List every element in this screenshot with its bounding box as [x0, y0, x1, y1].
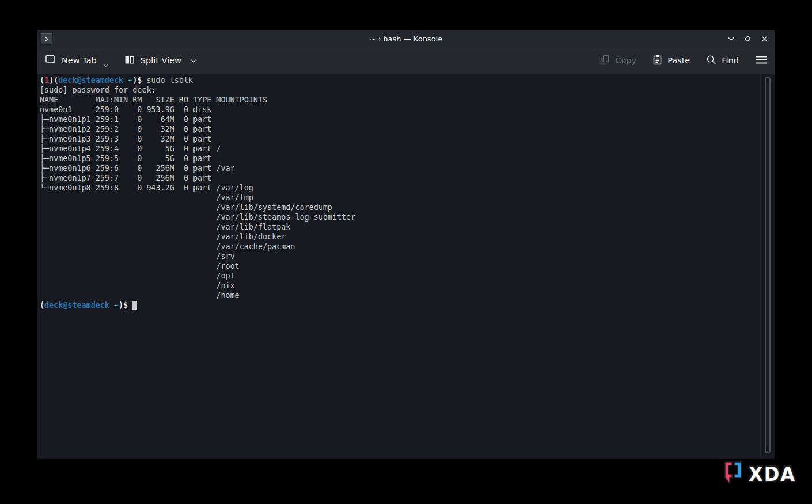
copy-button[interactable]: Copy [600, 55, 636, 67]
paste-icon [652, 55, 662, 67]
hamburger-menu-button[interactable] [755, 55, 768, 66]
new-tab-label: New Tab [62, 56, 97, 65]
hamburger-icon [755, 55, 768, 66]
copy-icon [600, 55, 610, 67]
search-icon [706, 55, 716, 67]
window-controls [725, 30, 770, 47]
xda-logo-text: XDA [749, 464, 796, 484]
terminal-text: (1)(deck@steamdeck ~)$ sudo lsblk[sudo] … [40, 75, 355, 310]
toolbar: New Tab Split View [37, 47, 775, 74]
konsole-window: ~ : bash — Konsole New [37, 30, 775, 459]
desktop-background: ~ : bash — Konsole New [0, 0, 812, 504]
scrollbar-track[interactable] [760, 74, 775, 459]
toolbar-right-group: Copy Paste Find [600, 55, 768, 67]
xda-brackets-icon [720, 460, 746, 488]
xda-watermark: XDA [720, 460, 796, 488]
split-view-button[interactable]: Split View [124, 55, 197, 66]
new-tab-icon [45, 55, 56, 66]
minimize-button[interactable] [725, 33, 737, 45]
copy-label: Copy [615, 56, 636, 65]
paste-button[interactable]: Paste [652, 55, 690, 67]
new-tab-button[interactable]: New Tab [45, 55, 108, 66]
find-button[interactable]: Find [706, 55, 739, 67]
split-view-icon [124, 55, 135, 66]
split-view-dropdown-caret[interactable] [190, 56, 197, 65]
new-tab-dropdown-caret[interactable] [103, 60, 108, 69]
scrollbar-thumb[interactable] [765, 77, 771, 453]
maximize-button[interactable] [742, 33, 753, 45]
toolbar-left-group: New Tab Split View [45, 55, 197, 66]
titlebar[interactable]: ~ : bash — Konsole [37, 30, 775, 47]
split-view-label: Split View [141, 56, 181, 65]
find-label: Find [722, 56, 739, 65]
terminal-area[interactable]: (1)(deck@steamdeck ~)$ sudo lsblk[sudo] … [37, 74, 775, 459]
window-title: ~ : bash — Konsole [37, 35, 775, 43]
paste-label: Paste [667, 56, 690, 65]
close-button[interactable] [758, 33, 770, 45]
